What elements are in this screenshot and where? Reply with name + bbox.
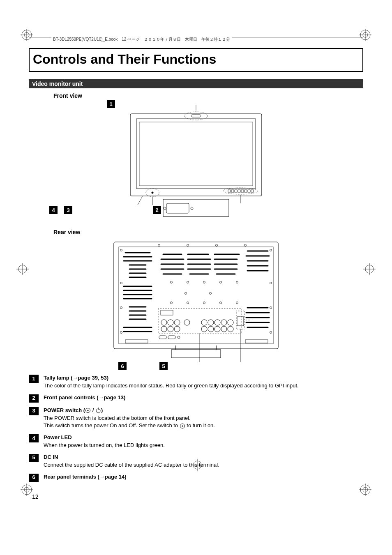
svg-rect-118 [161, 310, 173, 315]
front-view-figure: 1 4 3 2 [29, 101, 363, 225]
item-3-head: POWER switch ( / ) [44, 407, 363, 415]
svg-point-114 [270, 307, 272, 309]
svg-rect-140 [168, 336, 175, 339]
item-6: 6 Rear panel terminals (→page 14) [29, 473, 363, 482]
item-3: 3 POWER switch ( / ) The POWER switch is… [29, 407, 363, 430]
item-3-num: 3 [29, 407, 39, 415]
rear-view-svg [106, 238, 286, 369]
svg-point-97 [171, 281, 173, 283]
svg-point-98 [187, 281, 189, 283]
svg-point-102 [185, 292, 187, 295]
item-4-line: When the power is turned on, the LED lig… [44, 442, 363, 449]
svg-point-131 [201, 326, 207, 332]
svg-rect-26 [136, 119, 256, 189]
item-3-line-0: The POWER switch is located at the botto… [44, 415, 363, 422]
power-on-icon [180, 423, 185, 429]
svg-point-134 [221, 326, 227, 332]
item-1-num: 1 [29, 375, 39, 383]
item-4-head: Power LED [44, 434, 363, 442]
svg-point-141 [178, 336, 180, 339]
svg-point-43 [164, 207, 166, 210]
svg-rect-27 [139, 122, 253, 186]
svg-line-48 [138, 196, 143, 205]
item-1: 1 Tally lamp (→page 39, 53) The color of… [29, 374, 363, 390]
item-6-num: 6 [29, 474, 39, 482]
callout-2: 2 [153, 206, 161, 214]
svg-rect-29 [191, 115, 201, 117]
svg-rect-39 [251, 190, 254, 192]
item-4: 4 Power LED When the power is turned on,… [29, 434, 363, 449]
running-header: BT-3DL2550PE(VQT2U10)_E.book 12 ページ ２０１０… [51, 37, 232, 42]
item-5-head: DC IN [44, 454, 363, 461]
svg-point-125 [184, 320, 190, 325]
item-5-num: 5 [29, 454, 39, 462]
svg-point-96 [244, 244, 247, 246]
svg-point-112 [270, 282, 272, 284]
rear-view-figure: 6 5 [29, 238, 363, 369]
svg-point-115 [120, 332, 122, 334]
svg-point-111 [120, 282, 122, 284]
svg-rect-33 [231, 190, 234, 192]
svg-point-101 [236, 281, 238, 283]
svg-point-106 [203, 302, 205, 304]
item-3-line-1: This switch turns the power On and Off. … [44, 422, 363, 430]
svg-rect-25 [130, 114, 262, 196]
svg-point-123 [168, 326, 173, 332]
svg-point-150 [88, 410, 89, 411]
svg-rect-41 [163, 199, 229, 216]
svg-point-126 [201, 320, 207, 325]
svg-rect-34 [235, 190, 237, 192]
item-2-head: Front panel controls (→page 13) [44, 394, 363, 402]
front-view-svg [114, 101, 278, 225]
svg-point-95 [216, 244, 218, 246]
item-5-line: Connect the supplied DC cable of the sup… [44, 461, 363, 469]
svg-point-124 [174, 326, 180, 332]
svg-point-105 [187, 302, 189, 304]
svg-point-154 [182, 425, 183, 426]
svg-point-120 [168, 320, 173, 325]
power-on-icon [85, 408, 91, 413]
svg-point-116 [270, 332, 272, 334]
svg-rect-136 [236, 311, 244, 329]
svg-point-109 [120, 249, 122, 251]
svg-point-44 [191, 207, 193, 210]
svg-rect-37 [244, 190, 247, 192]
svg-point-113 [120, 307, 122, 309]
svg-rect-137 [237, 317, 244, 326]
svg-point-46 [152, 192, 154, 194]
svg-point-107 [220, 302, 222, 304]
svg-rect-32 [228, 190, 231, 192]
svg-point-100 [220, 281, 222, 283]
svg-rect-142 [171, 350, 221, 358]
callout-6: 6 [118, 362, 127, 370]
svg-point-121 [174, 320, 180, 325]
svg-point-129 [221, 320, 227, 325]
callout-5: 5 [159, 362, 168, 370]
callout-4: 4 [49, 206, 58, 214]
page-title: Controls and Their Functions [29, 48, 363, 72]
svg-point-108 [236, 302, 238, 304]
svg-rect-35 [238, 190, 240, 192]
svg-point-99 [203, 281, 205, 283]
page-number: 12 [32, 493, 363, 500]
item-1-head: Tally lamp (→page 39, 53) [44, 374, 363, 382]
svg-rect-139 [159, 336, 166, 339]
svg-point-103 [210, 292, 212, 295]
svg-point-93 [158, 244, 160, 246]
svg-point-94 [187, 244, 189, 246]
svg-rect-36 [241, 190, 244, 192]
svg-point-110 [270, 249, 272, 251]
section-bar: Video monitor unit [29, 79, 363, 88]
svg-point-119 [161, 320, 167, 325]
item-6-head: Rear panel terminals (→page 14) [44, 473, 363, 481]
svg-rect-42 [166, 203, 189, 213]
svg-rect-145 [125, 340, 148, 343]
svg-point-128 [214, 320, 220, 325]
svg-point-133 [214, 326, 220, 332]
front-view-label: Front view [53, 92, 363, 99]
svg-point-130 [228, 320, 233, 325]
svg-point-122 [161, 326, 167, 332]
callout-1: 1 [107, 100, 115, 108]
svg-rect-117 [158, 309, 241, 333]
svg-point-135 [228, 326, 233, 332]
